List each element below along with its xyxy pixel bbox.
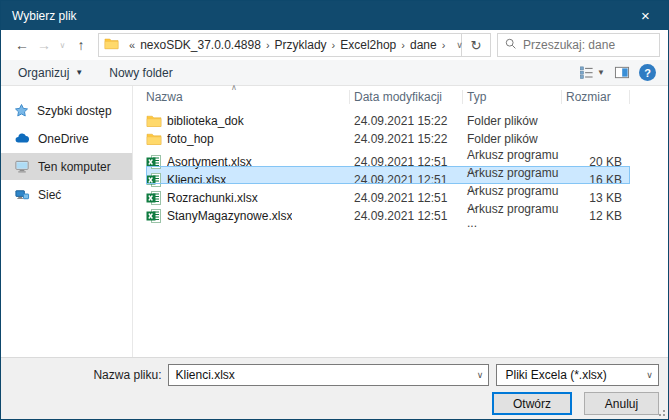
file-row-asortyment[interactable]: Asortyment.xlsx 24.09.2021 12:51 Arkusz … — [146, 148, 630, 166]
refresh-button[interactable]: ↻ — [462, 33, 491, 57]
column-header-size[interactable]: Rozmiar — [566, 86, 630, 108]
breadcrumb-item-dane[interactable]: dane — [410, 38, 437, 52]
organize-button[interactable]: Organizuj ▼ — [18, 66, 83, 80]
search-input[interactable] — [523, 38, 653, 52]
navigation-pane: Szybki dostęp OneDrive Ten komputer — [1, 86, 133, 357]
column-header-type[interactable]: Typ — [467, 86, 566, 108]
file-size: 16 KB — [566, 173, 630, 187]
star-icon — [14, 103, 29, 118]
sidebar-item-onedrive[interactable]: OneDrive — [1, 125, 132, 152]
chevron-down-icon: ∨ — [60, 41, 66, 50]
main-area: Szybki dostęp OneDrive Ten komputer — [1, 86, 668, 357]
file-name: Rozrachunki.xlsx — [167, 191, 258, 205]
breadcrumb-separator-icon: › — [437, 39, 451, 51]
sidebar-item-label: OneDrive — [38, 132, 89, 146]
column-headers: Nazwa Data modyfikacji Typ Rozmiar — [146, 86, 669, 108]
file-name: StanyMagazynowe.xlsx — [167, 209, 292, 223]
filename-label: Nazwa pliku: — [1, 368, 161, 382]
chevron-down-icon: ▼ — [597, 68, 605, 77]
sidebar-item-network[interactable]: Sieć — [1, 181, 132, 208]
file-type: Folder plików — [467, 132, 566, 146]
help-button[interactable]: ? — [639, 64, 656, 81]
close-button[interactable]: × — [623, 1, 668, 30]
file-row-biblioteka-dok[interactable]: biblioteka_dok 24.09.2021 15:22 Folder p… — [146, 112, 630, 130]
dialog-title: Wybierz plik — [12, 9, 77, 23]
file-open-dialog: Wybierz plik × ← → ∨ ↑ « nexoSDK_37.0.0.… — [0, 0, 669, 420]
file-date: 24.09.2021 12:51 — [354, 173, 467, 187]
file-date: 24.09.2021 15:22 — [354, 132, 467, 146]
resize-grip[interactable] — [655, 406, 665, 416]
file-name: biblioteka_dok — [167, 114, 244, 128]
sidebar-item-label: Szybki dostęp — [37, 104, 112, 118]
up-button[interactable]: ↑ — [70, 37, 92, 53]
new-folder-button[interactable]: Nowy folder — [109, 66, 172, 80]
filename-combobox: ∨ — [168, 364, 489, 386]
cancel-button[interactable]: Anuluj — [584, 392, 659, 415]
change-view-button[interactable]: ▼ — [579, 65, 605, 80]
column-header-spacer — [630, 86, 669, 108]
breadcrumb-item-przyklady[interactable]: Przyklady — [275, 38, 327, 52]
filename-input[interactable] — [169, 368, 471, 382]
file-name: Asortyment.xlsx — [167, 155, 252, 169]
sidebar-item-quick-access[interactable]: Szybki dostęp — [1, 97, 132, 124]
computer-icon — [14, 159, 30, 174]
sidebar-item-label: Ten komputer — [38, 160, 111, 174]
forward-icon: → — [37, 37, 51, 53]
up-icon: ↑ — [78, 37, 85, 53]
file-date: 24.09.2021 12:51 — [354, 155, 467, 169]
breadcrumb-separator-icon: › — [327, 39, 341, 51]
toolbar-right-group: ▼ ? — [579, 64, 656, 81]
folder-icon — [146, 131, 162, 147]
file-date: 24.09.2021 12:51 — [354, 209, 467, 223]
column-header-name[interactable]: Nazwa — [146, 86, 354, 108]
help-icon: ? — [644, 67, 651, 79]
file-row-foto-hop[interactable]: foto_hop 24.09.2021 15:22 Folder plików — [146, 130, 630, 148]
search-icon — [504, 37, 517, 53]
preview-pane-button[interactable] — [614, 65, 630, 80]
sidebar-item-label: Sieć — [38, 188, 61, 202]
menu-arrow-icon: ▼ — [75, 68, 83, 77]
breadcrumb-separator-icon: › — [396, 39, 410, 51]
excel-file-icon — [146, 190, 162, 206]
column-header-date-modified[interactable]: Data modyfikacji — [354, 86, 467, 108]
breadcrumb-item-nexosdk[interactable]: nexoSDK_37.0.0.4898 — [140, 38, 261, 52]
file-type: Arkusz programu ... — [467, 202, 566, 230]
back-button[interactable]: ← — [11, 37, 33, 53]
folder-icon — [146, 113, 162, 129]
dialog-footer: Nazwa pliku: ∨ Pliki Excela (*.xlsx) ∨ O… — [1, 357, 668, 419]
excel-file-icon — [146, 154, 162, 170]
filetype-select[interactable]: Pliki Excela (*.xlsx) ∨ — [496, 364, 659, 386]
breadcrumb[interactable]: « nexoSDK_37.0.0.4898 › Przyklady › Exce… — [98, 33, 462, 57]
filename-dropdown-button[interactable]: ∨ — [471, 370, 488, 380]
file-size: 13 KB — [566, 191, 630, 205]
command-toolbar: Organizuj ▼ Nowy folder — [1, 60, 668, 86]
list-view-icon — [579, 65, 594, 80]
file-date: 24.09.2021 15:22 — [354, 114, 467, 128]
open-button[interactable]: Otwórz — [492, 392, 572, 415]
chevron-down-icon: ∨ — [477, 370, 484, 380]
back-icon: ← — [15, 37, 29, 53]
recent-locations-button[interactable]: ∨ — [55, 41, 70, 50]
forward-button[interactable]: → — [33, 37, 55, 53]
file-name: foto_hop — [167, 132, 214, 146]
address-bar: ← → ∨ ↑ « nexoSDK_37.0.0.4898 › Przyklad… — [1, 30, 668, 60]
breadcrumb-item-excel2hop[interactable]: Excel2hop — [340, 38, 396, 52]
breadcrumb-overflow-icon[interactable]: « — [124, 39, 140, 51]
filetype-value: Pliki Excela (*.xlsx) — [505, 368, 641, 382]
new-folder-label: Nowy folder — [109, 66, 172, 80]
file-size: 12 KB — [566, 209, 630, 223]
sidebar-item-this-pc[interactable]: Ten komputer — [1, 153, 132, 180]
network-icon — [14, 187, 30, 202]
file-name: Klienci.xlsx — [167, 173, 226, 187]
close-icon: × — [641, 7, 650, 24]
file-size: 20 KB — [566, 155, 630, 169]
excel-file-icon — [146, 172, 162, 188]
file-rows: biblioteka_dok 24.09.2021 15:22 Folder p… — [146, 112, 630, 220]
cloud-icon — [14, 131, 30, 146]
title-bar: Wybierz plik × — [1, 1, 668, 30]
refresh-icon: ↻ — [471, 38, 482, 53]
preview-pane-icon — [614, 65, 630, 80]
file-type: Folder plików — [467, 114, 566, 128]
address-folder-icon — [104, 36, 119, 54]
excel-file-icon — [146, 208, 162, 224]
